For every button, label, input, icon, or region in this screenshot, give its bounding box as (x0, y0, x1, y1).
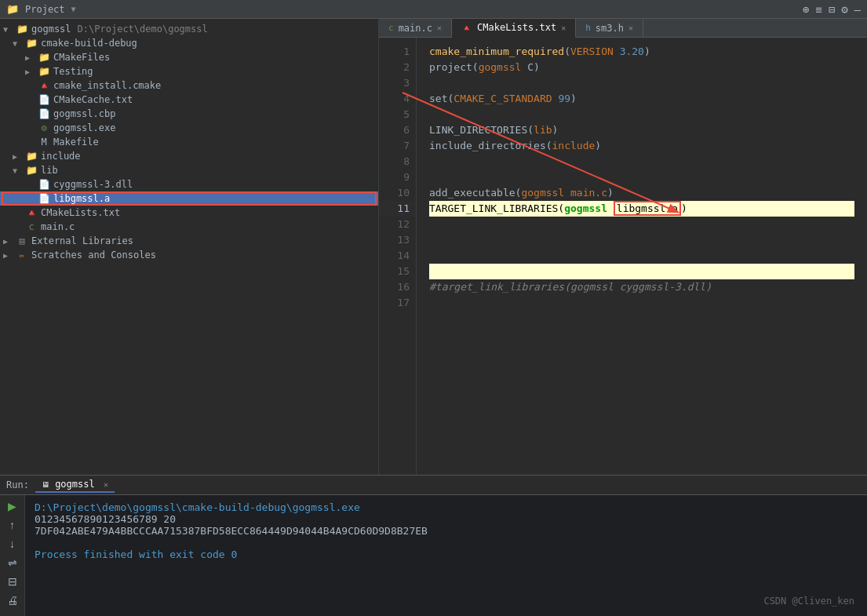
tree-cmakelists[interactable]: ▶ 🔺 CMakeLists.txt (0, 206, 378, 220)
h-tab-icon: h (585, 23, 591, 33)
tree-testing[interactable]: ▶ 📁 Testing (0, 64, 378, 78)
txt-file-icon: 📄 (38, 94, 50, 105)
project-icon: 📁 (6, 3, 19, 15)
line-num-3: 3 (379, 75, 416, 91)
line-num-13: 13 (379, 232, 416, 248)
code-line-1: cmake_minimum_required(VERSION 3.20) (429, 44, 854, 60)
settings-icon[interactable]: ⚙ (841, 3, 847, 16)
dll-file-icon: 📄 (38, 179, 50, 190)
minimize-icon[interactable]: — (854, 3, 861, 16)
line-num-1: 1 (379, 44, 416, 60)
run-play-button[interactable]: ▶ (5, 498, 20, 514)
code-line-3 (429, 75, 854, 91)
run-output: D:\Project\demo\gogmssl\cmake-build-debu… (25, 495, 867, 616)
code-area[interactable]: 1 2 3 4 5 6 7 8 9 10 11 12 13 14 (379, 38, 867, 475)
tree-main-c[interactable]: ▶ c main.c (0, 220, 378, 234)
tab-close-sm3h[interactable]: ✕ (628, 24, 633, 32)
run-print-button[interactable]: 🖨 (5, 592, 20, 608)
tab-bar: c main.c ✕ 🔺 CMakeLists.txt ✕ h sm3.h ✕ (379, 19, 867, 38)
run-label: Run: (6, 479, 29, 490)
bottom-panel: Run: 🖥 gogmssl ✕ ▶ ↑ ↓ ⇌ ⊟ 🖨 ✕ D:\Projec (0, 475, 867, 616)
run-tab-gogmssl[interactable]: 🖥 gogmssl ✕ (35, 477, 115, 493)
tree-root[interactable]: ▼ 📁 gogmssl D:\Project\demo\gogmssl (0, 22, 378, 36)
root-folder-icon: 📁 (16, 24, 28, 35)
line-num-5: 5 (379, 107, 416, 122)
run-close-button[interactable]: ✕ (5, 611, 20, 616)
tree-gogmssl-exe[interactable]: ▶ ⚙ gogmssl.exe (0, 121, 378, 135)
run-down-button[interactable]: ↓ (5, 536, 20, 552)
folder-icon: 📁 (25, 151, 38, 162)
tree-makefile[interactable]: ▶ M Makefile (0, 135, 378, 149)
run-line-5: Process finished with exit code 0 (35, 549, 858, 560)
tab-close-main-c[interactable]: ✕ (437, 24, 442, 32)
code-line-12 (429, 217, 854, 232)
tree-libgmssl[interactable]: ▶ 📄 libgmssl.a (0, 191, 378, 206)
tree-gogmssl-cbp[interactable]: ▶ 📄 gogmssl.cbp (0, 107, 378, 121)
run-up-button[interactable]: ↑ (5, 517, 20, 533)
tree-cmakefiles[interactable]: ▶ 📁 CMakeFiles (0, 50, 378, 64)
code-line-4: set(CMAKE_C_STANDARD 99) (429, 91, 854, 107)
code-line-10: add_executable(gogmssl main.c) (429, 185, 854, 201)
run-line-1: D:\Project\demo\gogmssl\cmake-build-debu… (35, 501, 858, 513)
tab-close-cmakelists[interactable]: ✕ (561, 24, 566, 32)
tree-include[interactable]: ▶ 📁 include (0, 149, 378, 163)
line-num-4: 4 (379, 91, 416, 107)
tree-cmake-build-debug[interactable]: ▼ 📁 cmake-build-debug (0, 36, 378, 50)
run-tab-close[interactable]: ✕ (104, 480, 108, 489)
add-icon[interactable]: ⊕ (803, 3, 809, 16)
run-line-4 (35, 537, 858, 549)
code-line-6: LINK_DIRECTORIES(lib) (429, 122, 854, 138)
tab-main-c[interactable]: c main.c ✕ (379, 19, 452, 37)
scratch-icon: ✏ (16, 250, 28, 261)
line-num-17: 17 (379, 295, 416, 311)
editor-pane: c main.c ✕ 🔺 CMakeLists.txt ✕ h sm3.h ✕ (379, 19, 867, 475)
code-line-8 (429, 154, 854, 169)
tree-external-libraries[interactable]: ▶ ▤ External Libraries (0, 234, 378, 248)
tree-cmakecache[interactable]: ▶ 📄 CMakeCache.txt (0, 93, 378, 107)
tree-lib[interactable]: ▼ 📁 lib (0, 163, 378, 177)
code-line-2: project(gogmssl C) (429, 60, 854, 75)
line-numbers: 1 2 3 4 5 6 7 8 9 10 11 12 13 14 (379, 38, 417, 475)
line-num-10: 10 (379, 185, 416, 201)
c-file-icon: c (25, 221, 38, 232)
run-line-2: 01234567890123456789 20 (35, 513, 858, 525)
code-line-5 (429, 107, 854, 122)
c-tab-icon: c (388, 23, 394, 33)
line-num-12: 12 (379, 217, 416, 232)
code-editor-wrapper: 1 2 3 4 5 6 7 8 9 10 11 12 13 14 (379, 38, 867, 475)
top-bar: 📁 Project ▼ ⊕ ≡ ⊟ ⚙ — (0, 0, 867, 19)
run-content-row: ▶ ↑ ↓ ⇌ ⊟ 🖨 ✕ D:\Project\demo\gogmssl\cm… (0, 495, 867, 616)
folder-icon: 📁 (38, 52, 50, 63)
tree-cmake-install[interactable]: ▶ 🔺 cmake_install.cmake (0, 78, 378, 93)
cmake-file-icon: 🔺 (38, 80, 50, 91)
collapse-icon[interactable]: ⊟ (829, 3, 835, 16)
code-content: cmake_minimum_required(VERSION 3.20) pro… (417, 38, 867, 475)
run-wrap-button[interactable]: ⇌ (5, 555, 20, 570)
list-icon[interactable]: ≡ (815, 3, 821, 16)
file-tree: ▼ 📁 gogmssl D:\Project\demo\gogmssl ▼ 📁 … (0, 19, 378, 265)
code-line-13 (429, 232, 854, 248)
watermark: CSDN @Cliven_ken (763, 596, 854, 607)
code-line-17 (429, 295, 854, 311)
code-line-11: TARGET_LINK_LIBRARIES(gogmssl libgmssl.a… (429, 201, 854, 217)
line-num-14: 14 (379, 248, 416, 264)
run-filter-button[interactable]: ⊟ (5, 574, 20, 589)
gogmssl-run-icon: 🖥 (42, 480, 49, 489)
code-line-9 (429, 169, 854, 185)
line-num-7: 7 (379, 138, 416, 154)
project-sidebar: ▼ 📁 gogmssl D:\Project\demo\gogmssl ▼ 📁 … (0, 19, 379, 475)
exe-file-icon: ⚙ (38, 122, 50, 133)
a-file-icon: 📄 (38, 193, 50, 204)
tree-scratches-consoles[interactable]: ▶ ✏ Scratches and Consoles (0, 248, 378, 262)
cmake-tab-icon: 🔺 (461, 23, 472, 33)
line-num-11: 11 (379, 201, 416, 217)
tree-cyggmssl[interactable]: ▶ 📄 cyggmssl-3.dll (0, 177, 378, 191)
folder-icon: 📁 (25, 38, 38, 49)
run-tab-bar: Run: 🖥 gogmssl ✕ (0, 476, 867, 495)
code-line-7: include_directories(include) (429, 138, 854, 154)
tab-cmakelists[interactable]: 🔺 CMakeLists.txt ✕ (452, 19, 576, 38)
tab-sm3h[interactable]: h sm3.h ✕ (576, 19, 643, 37)
code-line-16: #target_link_libraries(gogmssl cyggmssl-… (429, 279, 854, 295)
dropdown-icon[interactable]: ▼ (71, 5, 76, 13)
run-controls: ▶ ↑ ↓ ⇌ ⊟ 🖨 ✕ (0, 495, 25, 616)
